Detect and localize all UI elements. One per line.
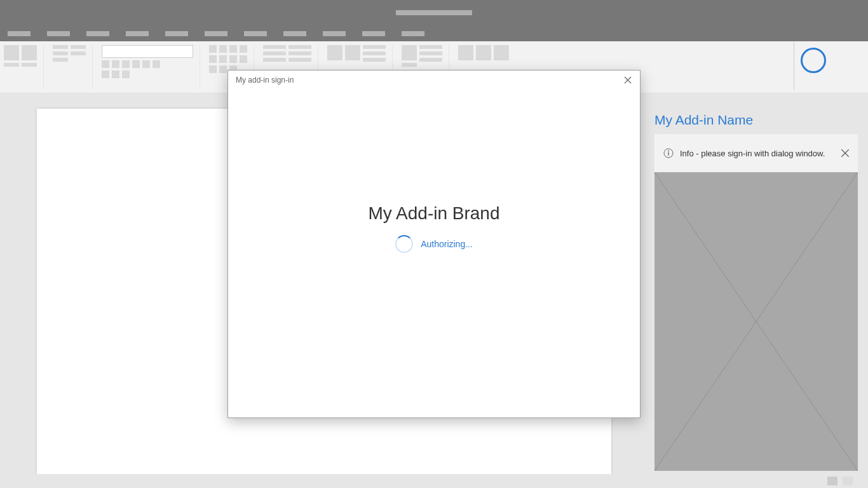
ribbon-tab[interactable] (165, 31, 188, 36)
placeholder-x-icon (654, 134, 858, 471)
title-placeholder (396, 10, 472, 15)
spinner-icon (395, 235, 413, 253)
status-view-button[interactable] (843, 477, 853, 485)
ribbon-tab[interactable] (47, 31, 70, 36)
ribbon-tab[interactable] (362, 31, 385, 36)
info-message: Info - please sign-in with dialog window… (680, 149, 825, 158)
status-view-button[interactable] (827, 477, 837, 485)
info-icon (663, 148, 674, 158)
ribbon-group (4, 45, 44, 90)
ribbon-tab[interactable] (402, 31, 424, 36)
addin-ribbon-icon[interactable] (801, 48, 826, 73)
ribbon-tab[interactable] (323, 31, 346, 36)
svg-point-1 (668, 151, 669, 152)
ribbon-tab[interactable] (126, 31, 149, 36)
ribbon-input[interactable] (102, 45, 193, 58)
ribbon-tab[interactable] (283, 31, 306, 36)
taskpane-body: Info - please sign-in with dialog window… (654, 134, 858, 471)
taskpane: My Add-in Name Info - please sign-in wit… (646, 106, 868, 478)
info-close-button[interactable] (840, 148, 850, 158)
info-bar: Info - please sign-in with dialog window… (654, 134, 858, 172)
dialog-content: My Add-in Brand Authorizing... (228, 64, 640, 392)
ribbon-tab[interactable] (8, 31, 31, 36)
addin-brand-title: My Add-in Brand (369, 203, 500, 224)
authorizing-row: Authorizing... (395, 235, 473, 253)
authorizing-label: Authorizing... (421, 239, 473, 249)
ribbon-tabs (0, 25, 868, 41)
ribbon-tab[interactable] (205, 31, 227, 36)
ribbon-group (102, 45, 200, 90)
taskpane-title: My Add-in Name (654, 112, 862, 128)
signin-dialog: My add-in sign-in My Add-in Brand Author… (227, 70, 641, 418)
ribbon-group (53, 45, 93, 90)
ribbon-tab[interactable] (244, 31, 267, 36)
status-bar (0, 474, 868, 488)
ribbon-tab[interactable] (86, 31, 109, 36)
svg-rect-2 (668, 152, 668, 156)
app-titlebar (0, 0, 868, 25)
